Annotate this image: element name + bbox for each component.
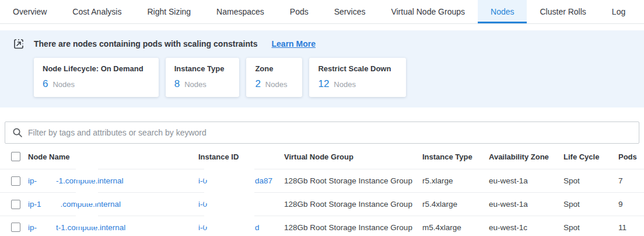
card-node-lifecycle-on-demand[interactable]: Node Lifecycle: On Demand 6 Nodes <box>34 58 159 97</box>
search-icon <box>12 127 23 138</box>
card-value: 8 <box>174 78 180 90</box>
virtual-node-group-cell: 128Gb Root Storage Instance Group <box>284 223 422 232</box>
node-name-link[interactable]: ip-t-1.compute.internal <box>28 223 198 232</box>
row-checkbox[interactable] <box>11 200 20 209</box>
virtual-node-group-cell: 128Gb Root Storage Instance Group <box>284 200 422 209</box>
card-unit: Nodes <box>334 80 356 89</box>
card-title: Node Lifecycle: On Demand <box>43 64 144 73</box>
card-unit: Nodes <box>265 80 288 89</box>
card-value: 12 <box>318 78 329 90</box>
card-title: Instance Type <box>174 64 225 73</box>
table-row: ip-t-1.compute.internal i-0d 128Gb Root … <box>0 216 644 236</box>
tab-pods[interactable]: Pods <box>277 0 321 23</box>
redaction-box <box>76 188 98 203</box>
scaling-constraints-banner: There are nodes containing pods with sca… <box>0 30 644 107</box>
col-pods: Pods <box>618 152 644 161</box>
tab-virtual-node-groups[interactable]: Virtual Node Groups <box>378 0 478 23</box>
pods-cell: 9 <box>618 200 644 209</box>
life-cycle-cell: Spot <box>564 176 618 185</box>
availability-zone-cell: eu-west-1a <box>489 200 564 209</box>
card-zone[interactable]: Zone 2 Nodes <box>246 58 302 97</box>
tab-cost-analysis[interactable]: Cost Analysis <box>60 0 134 23</box>
col-instance-id: Instance ID <box>198 152 284 161</box>
scale-down-icon <box>13 38 24 50</box>
learn-more-link[interactable]: Learn More <box>272 39 316 48</box>
constraint-summary-cards: Node Lifecycle: On Demand 6 Nodes Instan… <box>34 58 632 97</box>
col-availability-zone: Availability Zone <box>489 152 564 161</box>
card-title: Zone <box>255 64 287 73</box>
select-all-checkbox[interactable] <box>11 152 20 161</box>
node-name-link[interactable]: ip-1.compute.internal <box>28 200 198 209</box>
card-title: Restrict Scale Down <box>318 64 391 73</box>
pods-cell: 7 <box>618 176 644 185</box>
card-unit: Nodes <box>184 80 206 89</box>
card-value: 6 <box>43 78 48 90</box>
instance-type-cell: r5.xlarge <box>422 176 489 185</box>
col-virtual-node-group: Virtual Node Group <box>284 152 422 161</box>
tab-nodes[interactable]: Nodes <box>478 0 527 23</box>
col-life-cycle: Life Cycle <box>564 152 618 161</box>
filter-search-bar <box>5 122 639 144</box>
card-instance-type[interactable]: Instance Type 8 Nodes <box>166 58 240 97</box>
banner-message: There are nodes containing pods with sca… <box>34 39 258 48</box>
redaction-box <box>204 188 254 203</box>
tab-services[interactable]: Services <box>321 0 379 23</box>
redaction-box <box>76 211 98 227</box>
row-checkbox[interactable] <box>11 223 20 232</box>
tab-overview[interactable]: Overview <box>0 0 60 23</box>
tab-bar: Overview Cost Analysis Right Sizing Name… <box>0 0 644 24</box>
redaction-box <box>76 164 98 180</box>
tab-right-sizing[interactable]: Right Sizing <box>134 0 204 23</box>
virtual-node-group-cell: 128Gb Root Storage Instance Group <box>284 176 422 185</box>
availability-zone-cell: eu-west-1a <box>489 176 564 185</box>
redaction-box <box>204 211 254 227</box>
card-unit: Nodes <box>52 80 75 89</box>
node-name-link[interactable]: ip--1.compute.internal <box>28 176 198 185</box>
life-cycle-cell: Spot <box>564 223 618 232</box>
search-input[interactable] <box>28 128 632 137</box>
life-cycle-cell: Spot <box>564 200 618 209</box>
col-instance-type: Instance Type <box>422 152 489 161</box>
pods-cell: 11 <box>618 223 644 232</box>
tab-namespaces[interactable]: Namespaces <box>204 0 277 23</box>
redaction-box <box>204 164 254 180</box>
tab-cluster-rolls[interactable]: Cluster Rolls <box>527 0 598 23</box>
card-value: 2 <box>255 78 260 90</box>
nodes-table: Node Name Instance ID Virtual Node Group… <box>0 144 644 236</box>
tab-log[interactable]: Log <box>599 0 638 23</box>
card-restrict-scale-down[interactable]: Restrict Scale Down 12 Nodes <box>309 58 406 97</box>
row-checkbox[interactable] <box>11 176 20 186</box>
instance-type-cell: r5.4xlarge <box>422 200 489 209</box>
instance-type-cell: m5.4xlarge <box>422 223 489 232</box>
availability-zone-cell: eu-west-1c <box>489 223 564 232</box>
col-node-name: Node Name <box>28 152 198 161</box>
